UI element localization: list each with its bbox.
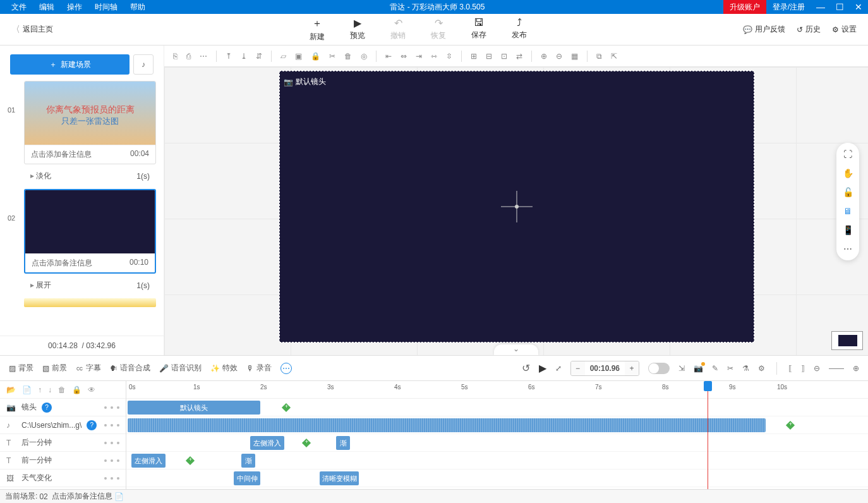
export-icon[interactable]: ⇱: [611, 52, 617, 61]
trash-icon[interactable]: 🗑: [344, 52, 352, 61]
up-icon[interactable]: ↑: [38, 385, 42, 394]
transition-1[interactable]: ▸ 淡化1(s): [24, 168, 156, 184]
undo-button[interactable]: ↶撤销: [390, 17, 406, 42]
clip-slide-l[interactable]: 左侧滑入: [250, 436, 284, 450]
publish-button[interactable]: ⤴发布: [512, 17, 527, 42]
save-button[interactable]: 🖫保存: [471, 17, 486, 42]
collapse-toggle[interactable]: ⌄: [494, 344, 538, 355]
grid-icon[interactable]: ▦: [571, 52, 578, 61]
scene-card-2[interactable]: 点击添加备注信息00:10: [24, 189, 156, 274]
help-icon[interactable]: ?: [87, 420, 97, 430]
align-v-icon[interactable]: ⇵: [256, 52, 262, 61]
align-center-icon[interactable]: ⇔: [401, 52, 407, 61]
keyframe-add[interactable]: [302, 439, 311, 447]
target-icon[interactable]: ◎: [361, 52, 367, 61]
lock-icon[interactable]: 🔒: [72, 385, 81, 394]
music-button[interactable]: ♪: [133, 54, 154, 75]
track-row-text2[interactable]: 左侧滑入 渐: [126, 452, 868, 470]
tc-plus[interactable]: +: [625, 361, 639, 375]
eye-icon[interactable]: 👁: [88, 385, 95, 394]
more-icon[interactable]: ⋯: [200, 52, 207, 61]
bracket-out-icon[interactable]: ⟧: [801, 364, 805, 373]
dist-h-icon[interactable]: ⇿: [431, 52, 437, 61]
t2-icon[interactable]: ⊟: [486, 52, 492, 61]
feedback-button[interactable]: 💬用户反馈: [743, 24, 785, 35]
track-text-2[interactable]: T前一分钟: [0, 452, 126, 470]
login-button[interactable]: 登录/注册: [766, 0, 811, 14]
t1-icon[interactable]: ⊞: [471, 52, 477, 61]
edit-icon[interactable]: ✎: [712, 364, 718, 373]
desktop-icon[interactable]: 🖥: [843, 206, 852, 216]
open-icon[interactable]: 📂: [6, 385, 16, 394]
adjust-icon[interactable]: ⚙: [758, 364, 765, 373]
paste-icon[interactable]: ⎙: [186, 52, 191, 61]
zoom-out-icon[interactable]: ⊖: [814, 364, 820, 373]
help-icon[interactable]: ?: [42, 403, 52, 413]
track-text-1[interactable]: T后一分钟: [0, 434, 126, 452]
filter-icon[interactable]: ⚗: [742, 364, 749, 373]
clip-midstretch[interactable]: 中间伸: [234, 471, 260, 485]
new-scene-button[interactable]: ＋新建场景: [10, 54, 130, 75]
trash-icon[interactable]: 🗑: [58, 385, 66, 394]
settings-button[interactable]: ⚙设置: [832, 24, 857, 35]
flip-icon[interactable]: ▱: [280, 52, 286, 61]
camera-icon[interactable]: 📷: [694, 364, 703, 373]
layer-icon[interactable]: ▣: [295, 52, 302, 61]
dist-v-icon[interactable]: ⇳: [446, 52, 452, 61]
toggle-switch[interactable]: [648, 363, 670, 374]
tab-foreground[interactable]: ▧前景: [42, 363, 67, 373]
clip-default-cam[interactable]: 默认镜头: [128, 401, 260, 415]
menu-edit[interactable]: 编辑: [33, 0, 61, 14]
zoom-slider[interactable]: ——: [829, 364, 844, 373]
scissors-icon[interactable]: ✂: [727, 364, 733, 373]
down-icon[interactable]: ↓: [48, 385, 52, 394]
timeline-ruler[interactable]: 0s 1s 2s 3s 4s 5s 6s 7s 8s 9s 10s: [126, 381, 868, 399]
clip-audio[interactable]: [128, 418, 766, 432]
history-button[interactable]: ↺历史: [797, 24, 821, 35]
maximize-button[interactable]: ☐: [830, 0, 849, 14]
expand-icon[interactable]: ⤢: [555, 364, 562, 373]
menu-timeline[interactable]: 时间轴: [88, 0, 124, 14]
playhead[interactable]: [708, 381, 708, 489]
rewind-icon[interactable]: ↺: [522, 362, 530, 374]
tc-minus[interactable]: −: [571, 361, 585, 375]
zoom-in-icon[interactable]: ⊕: [541, 52, 547, 61]
track-row-image[interactable]: 中间伸 清晰变模糊: [126, 470, 868, 487]
tab-record[interactable]: 🎙录音: [246, 363, 272, 373]
preview-button[interactable]: ▶预览: [350, 17, 365, 42]
track-row-camera[interactable]: 默认镜头: [126, 399, 868, 416]
lock-icon[interactable]: 🔒: [311, 52, 320, 61]
canvas-frame[interactable]: 📷默认镜头: [279, 71, 754, 342]
copy-icon[interactable]: ⎘: [173, 52, 178, 61]
align-right-icon[interactable]: ⇥: [416, 52, 422, 61]
track-camera[interactable]: 📷镜头?: [0, 399, 126, 416]
tab-subtitle[interactable]: ㏄字幕: [76, 363, 101, 373]
t3-icon[interactable]: ⊡: [501, 52, 507, 61]
upgrade-button[interactable]: 升级账户: [723, 0, 766, 14]
track-audio[interactable]: ♪C:\Users\zhim...g\?: [0, 416, 126, 434]
bracket-in-icon[interactable]: ⟦: [788, 364, 792, 373]
mobile-icon[interactable]: 📱: [843, 225, 853, 235]
track-image[interactable]: 🖼天气变化: [0, 470, 126, 487]
more-icon[interactable]: ⋯: [280, 363, 292, 374]
minimize-button[interactable]: —: [811, 0, 830, 14]
minimap[interactable]: [831, 331, 863, 350]
clip-fade[interactable]: 渐: [336, 436, 350, 450]
keyframe-add[interactable]: [786, 421, 795, 430]
close-button[interactable]: ✕: [849, 0, 868, 14]
align-bottom-icon[interactable]: ⤓: [241, 52, 247, 61]
menu-help[interactable]: 帮助: [124, 0, 152, 14]
new-icon[interactable]: 📄: [22, 385, 32, 394]
scene-card-1[interactable]: 你离气象预报员的距离 只差一张雷达图 点击添加备注信息00:04: [24, 81, 156, 164]
marker-icon[interactable]: ⇲: [678, 364, 685, 373]
keyframe-add[interactable]: [282, 403, 291, 412]
clip-fade2[interactable]: 渐: [241, 454, 255, 468]
t4-icon[interactable]: ⇄: [516, 52, 522, 61]
copy2-icon[interactable]: ⧉: [596, 52, 602, 61]
unlock-icon[interactable]: 🔓: [843, 187, 853, 197]
tab-tts[interactable]: 🗣语音合成: [110, 363, 150, 373]
tab-background[interactable]: ▨背景: [9, 363, 33, 373]
fullscreen-icon[interactable]: ⛶: [843, 149, 852, 159]
back-home[interactable]: 〈 返回主页: [0, 24, 64, 35]
play-button[interactable]: ▶: [539, 362, 546, 374]
